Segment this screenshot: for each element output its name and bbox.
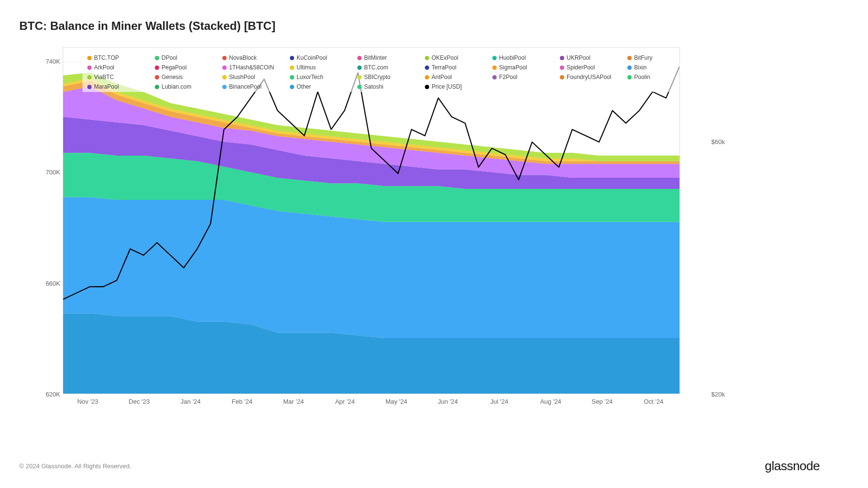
legend-dot [492,75,497,79]
x-tick: May '24 [385,398,407,405]
y-left-tick: 700K [46,169,60,176]
legend-label: AntPool [432,74,452,80]
legend-item[interactable]: Poolin [627,74,680,80]
legend-dot [357,66,362,70]
legend-item[interactable]: MaraPool [87,83,155,90]
x-tick: Apr '24 [335,398,355,405]
legend-label: BTC.TOP [94,54,119,61]
legend-item[interactable]: SBICrypto [357,74,425,80]
legend-item[interactable]: F2Pool [492,74,560,80]
legend-label: Ultimus [297,64,316,71]
legend-label: SlushPool [229,74,255,80]
legend-item[interactable]: BTC.com [357,64,425,71]
legend-item[interactable]: Ultimus [290,64,357,71]
legend-label: Genesis [162,74,183,80]
legend-dot [290,75,294,79]
legend-label: Other [297,83,311,90]
price-line-svg [63,48,679,394]
legend-dot [87,75,92,79]
legend-label: Satoshi [364,83,383,90]
legend-dot [87,85,92,89]
legend-item[interactable]: PegaPool [155,64,222,71]
legend-label: F2Pool [499,74,517,80]
legend-label: MaraPool [94,83,119,90]
x-tick: Oct '24 [644,398,664,405]
legend-item[interactable]: Genesis [155,74,222,80]
legend-dot [155,66,159,70]
legend-label: Bixin [634,64,647,71]
legend-item[interactable]: 1THash&58COIN [222,64,290,71]
x-tick: Jul '24 [490,398,508,405]
legend-item[interactable]: KuCoinPool [290,54,357,61]
legend-label: OKExPool [432,54,458,61]
x-tick: Dec '23 [129,398,150,405]
x-tick: Nov '23 [77,398,98,405]
legend-item[interactable]: SigmaPool [492,64,560,71]
x-tick: Aug '24 [540,398,561,405]
legend-item[interactable]: HuobiPool [492,54,560,61]
legend-label: Poolin [634,74,650,80]
legend-item[interactable]: OKExPool [425,54,492,61]
copyright: © 2024 Glassnode. All Rights Reserved. [19,462,131,470]
legend-item[interactable]: NovaBlock [222,54,290,61]
legend-dot [627,75,632,79]
legend-item[interactable]: Satoshi [357,83,425,90]
x-tick: Feb '24 [232,398,253,405]
legend-dot [155,85,159,89]
x-tick: Sep '24 [592,398,613,405]
y-left-tick: 740K [46,57,60,65]
legend-item[interactable]: AntPool [425,74,492,80]
legend-dot [290,56,294,60]
y-axis-right: $20k$60k [711,47,735,394]
legend-dot [155,56,159,60]
legend-item[interactable]: FoundryUSAPool [560,74,627,80]
y-axis-left: 620K660K700K740K [39,47,60,394]
legend-item[interactable]: UKRPool [560,54,627,61]
x-tick: Mar '24 [283,398,304,405]
legend-dot [290,66,294,70]
legend-dot [560,66,564,70]
legend-dot [425,66,429,70]
x-axis: Nov '23Dec '23Jan '24Feb '24Mar '24Apr '… [63,394,680,409]
legend-item[interactable]: SpiderPool [560,64,627,71]
legend-item[interactable]: Bixin [627,64,680,71]
legend-dot [425,75,429,79]
legend-dot [290,85,294,89]
legend-dot [627,56,632,60]
legend-item[interactable]: SlushPool [222,74,290,80]
legend-item[interactable]: BitMinter [357,54,425,61]
chart-title: BTC: Balance in Miner Wallets (Stacked) … [19,19,723,33]
y-right-tick: $60k [711,138,725,145]
legend-label: 1THash&58COIN [229,64,274,71]
legend-item[interactable]: Price [USD] [425,83,492,90]
legend-label: BinancePool [229,83,261,90]
legend-dot [357,85,362,89]
legend-dot [560,75,564,79]
legend-item[interactable]: BitFury [627,54,680,61]
legend-label: DPool [162,54,177,61]
legend-dot [222,66,227,70]
legend-item[interactable]: Lubian.com [155,83,222,90]
legend-item[interactable]: LuxorTech [290,74,357,80]
y-right-tick: $20k [711,391,725,398]
legend-label: BitMinter [364,54,387,61]
legend-item[interactable]: DPool [155,54,222,61]
legend-item[interactable]: BinancePool [222,83,290,90]
legend-label: FoundryUSAPool [567,74,611,80]
legend-item[interactable]: ArkPool [87,64,155,71]
legend: BTC.TOPDPoolNovaBlockKuCoinPoolBitMinter… [82,53,680,92]
legend-label: ArkPool [94,64,114,71]
legend-dot [627,66,632,70]
legend-item[interactable]: BTC.TOP [87,54,155,61]
plot-area: BTC.TOPDPoolNovaBlockKuCoinPoolBitMinter… [63,47,680,394]
y-left-tick: 660K [46,279,60,287]
legend-item[interactable]: Other [290,83,357,90]
legend-dot [87,56,92,60]
legend-dot [492,66,497,70]
legend-label: UKRPool [567,54,590,61]
legend-item[interactable]: TerraPool [425,64,492,71]
x-tick: Jan '24 [181,398,201,405]
legend-dot [222,85,227,89]
x-tick: Jun '24 [438,398,458,405]
legend-item[interactable]: ViaBTC [87,74,155,80]
